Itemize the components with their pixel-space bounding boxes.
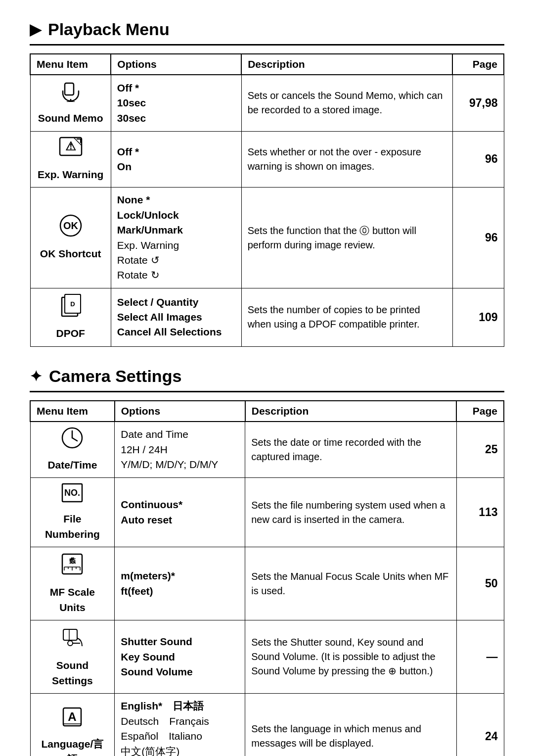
svg-text:⚠: ⚠ [65,140,76,153]
table-row: ⚠ Exp. Warning Off *On Sets whether or n… [30,131,504,188]
camera-title: ✦ Camera Settings [30,367,504,386]
camera-desc-cell-2: Sets the Manual Focus Scale Units when M… [245,547,456,620]
playback-header-options: Options [111,54,241,75]
playback-header-item: Menu Item [30,54,111,75]
sound-settings-icon [37,625,109,656]
camera-options-cell-4: English* 日本語Deutsch FrançaisEspañol Ital… [115,694,245,756]
camera-options-cell-3: Shutter SoundKey SoundSound Volume [115,620,245,694]
camera-section: ✦ Camera Settings Menu Item Options Desc… [30,367,504,756]
playback-icon: ▶ [30,21,41,38]
desc-cell-2: Sets the function that the ⓪ button will… [241,188,452,288]
menu-item-0: Sound Memo [30,75,111,131]
playback-header-description: Description [241,54,452,75]
svg-text:D: D [70,300,75,308]
camera-page-cell-1: 113 [456,478,504,547]
page-cell-1: 96 [452,131,504,188]
svg-text:NO.: NO. [64,488,80,498]
ok-shortcut-icon: OK [37,214,105,244]
camera-item-label: File Numbering [45,513,100,539]
camera-table: Menu Item Options Description Page Date/… [30,400,504,756]
camera-header-item: Menu Item [30,401,115,422]
camera-item-label: Language/言語 [41,738,103,756]
menu-item-1: ⚠ Exp. Warning [30,131,111,188]
svg-point-25 [68,641,73,646]
dpof-icon: D [37,293,105,324]
camera-item-label: MF Scale Units [50,586,95,613]
table-row: NO. File Numbering Continuous*Auto reset… [30,478,504,547]
camera-page-cell-3: — [456,620,504,694]
menu-item-label: Sound Memo [38,112,103,124]
camera-desc-cell-1: Sets the file numbering system used when… [245,478,456,547]
desc-cell-1: Sets whether or not the over - exposure … [241,131,452,188]
svg-rect-24 [63,629,77,640]
mf-scale-units-icon: 蠡 [37,552,109,583]
svg-line-13 [72,438,77,441]
table-row: Sound Memo Off *10sec30sec Sets or cance… [30,75,504,131]
page-cell-2: 96 [452,188,504,288]
camera-item-label: Date/Time [47,459,97,471]
playback-section: ▶ Playback Menu Menu Item Options Descri… [30,20,504,347]
camera-options-cell-1: Continuous*Auto reset [115,478,245,547]
page-cell-0: 97,98 [452,75,504,131]
menu-item-3: D DPOF [30,288,111,346]
desc-cell-0: Sets or cancels the Sound Memo, which ca… [241,75,452,131]
options-cell-2: None *Lock/UnlockMark/UnmarkExp. Warning… [111,188,241,288]
camera-menu-item-3: Sound Settings [30,620,115,694]
camera-desc-cell-3: Sets the Shutter sound, Key sound and So… [245,620,456,694]
table-row: D DPOF Select / QuantitySelect All Image… [30,288,504,346]
svg-text:蠡: 蠡 [69,557,76,565]
menu-item-label: DPOF [56,328,85,339]
table-row: A Language/言語 English* 日本語Deutsch França… [30,694,504,756]
options-cell-1: Off *On [111,131,241,188]
table-row: Date/Time Date and Time12H / 24HY/M/D; M… [30,422,504,478]
exp-warning-icon: ⚠ [37,137,105,165]
page-cell-3: 109 [452,288,504,346]
camera-options-cell-0: Date and Time12H / 24HY/M/D; M/D/Y; D/M/… [115,422,245,478]
camera-header-page: Page [456,401,504,422]
file-numbering-icon: NO. [37,483,109,510]
table-row: 蠡 MF Scale Units m(meters)*ft(feet) Sets… [30,547,504,620]
camera-menu-item-1: NO. File Numbering [30,478,115,547]
svg-rect-0 [65,83,74,95]
camera-menu-item-4: A Language/言語 [30,694,115,756]
language-icon: A [37,706,109,735]
camera-options-cell-2: m(meters)*ft(feet) [115,547,245,620]
camera-page-cell-4: 24 [456,694,504,756]
svg-text:OK: OK [63,220,79,231]
camera-header-description: Description [245,401,456,422]
camera-icon: ✦ [30,368,42,385]
camera-page-cell-0: 25 [456,422,504,478]
camera-menu-item-2: 蠡 MF Scale Units [30,547,115,620]
camera-page-cell-2: 50 [456,547,504,620]
options-cell-0: Off *10sec30sec [111,75,241,131]
sound-memo-icon [37,80,105,109]
camera-desc-cell-0: Sets the date or time recorded with the … [245,422,456,478]
menu-item-label: OK Shortcut [40,248,101,259]
options-cell-3: Select / QuantitySelect All ImagesCancel… [111,288,241,346]
camera-menu-item-0: Date/Time [30,422,115,478]
camera-header-options: Options [115,401,245,422]
menu-item-2: OK OK Shortcut [30,188,111,288]
table-row: Sound Settings Shutter SoundKey SoundSou… [30,620,504,694]
svg-text:A: A [68,710,77,723]
playback-header-page: Page [452,54,504,75]
menu-item-label: Exp. Warning [38,169,103,180]
date-time-icon [37,427,109,456]
camera-desc-cell-4: Sets the language in which menus and mes… [245,694,456,756]
playback-table: Menu Item Options Description Page Sound… [30,53,504,347]
playback-title: ▶ Playback Menu [30,20,504,39]
camera-item-label: Sound Settings [52,660,93,686]
desc-cell-3: Sets the number of copies to be printed … [241,288,452,346]
table-row: OK OK Shortcut None *Lock/UnlockMark/Unm… [30,188,504,288]
